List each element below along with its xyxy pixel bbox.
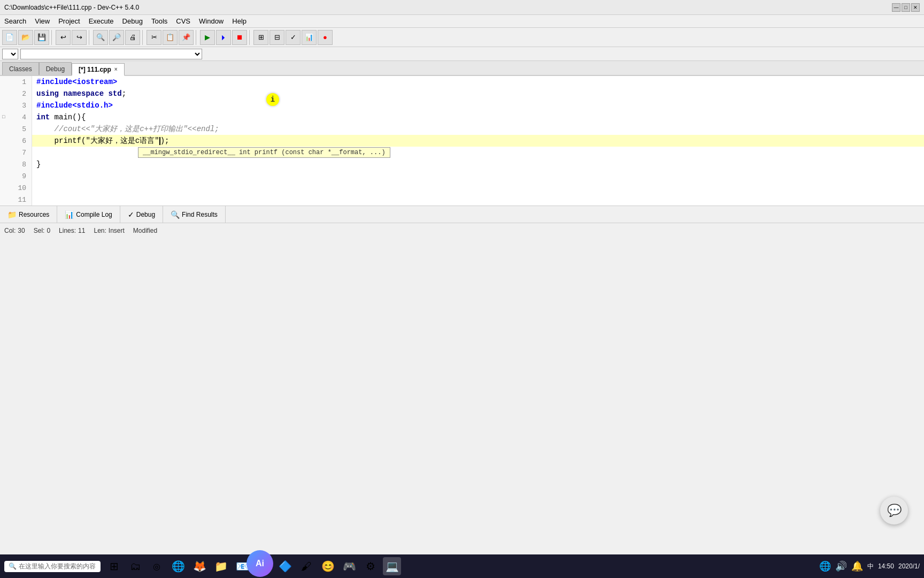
secondary-toolbar <box>0 47 924 61</box>
func-dropdown[interactable] <box>20 49 202 59</box>
code-line-8: } <box>32 158 924 170</box>
line-num-4: □ 4 <box>0 111 32 123</box>
toolbar-sep3 <box>142 30 144 45</box>
code-line-7: __mingw_stdio_redirect__ int printf (con… <box>32 147 924 158</box>
line-numbers: 1 2 3 □ 4 5 6 7 8 9 10 11 <box>0 76 32 206</box>
toolbar-copy[interactable]: 📋 <box>163 30 178 45</box>
maximize-button[interactable]: □ <box>902 3 910 12</box>
taskbar-search[interactable]: 🔍 在这里输入你要搜索的内容 <box>4 561 101 572</box>
toolbar-replace[interactable]: 🔎 <box>109 30 124 45</box>
bottom-tab-find[interactable]: 🔍 Find Results <box>163 206 226 223</box>
code-line-6: printf("大家好，这是c语言"); <box>32 135 924 147</box>
line-num-1: 1 <box>0 76 32 88</box>
toolbar-unindent[interactable]: ⊟ <box>270 30 284 45</box>
taskbar-ps[interactable]: 🖌 <box>297 557 315 575</box>
class-dropdown[interactable] <box>2 49 18 59</box>
bottom-tab-resources[interactable]: 📁 Resources <box>0 206 57 223</box>
taskbar-date: 2020/1/ <box>898 562 920 570</box>
taskbar-cortana[interactable]: ◎ <box>148 557 166 575</box>
debug-icon: ✓ <box>128 210 134 219</box>
toolbar-undo[interactable]: ↩ <box>56 30 71 45</box>
menu-execute[interactable]: Execute <box>84 15 118 27</box>
code-line-1: #include<iostream> <box>32 76 924 88</box>
bottom-tab-compile[interactable]: 📊 Compile Log <box>57 206 120 223</box>
close-button[interactable]: ✕ <box>911 3 920 12</box>
taskbar-explorer[interactable]: 📁 <box>212 557 230 575</box>
toolbar-new[interactable]: 📄 <box>2 30 17 45</box>
sel-label: Sel: <box>34 227 45 234</box>
menu-project[interactable]: Project <box>54 15 84 27</box>
menu-search[interactable]: Search <box>0 15 30 27</box>
toolbar-chart[interactable]: 📊 <box>302 30 317 45</box>
toolbar-stop[interactable]: ⏹ <box>232 30 247 45</box>
debug-label: Debug <box>136 211 155 218</box>
toolbar-find[interactable]: 🔍 <box>93 30 108 45</box>
toolbar-check[interactable]: ✓ <box>286 30 301 45</box>
code-area[interactable]: i #include<iostream> using namespace std… <box>32 76 924 206</box>
toolbar-run[interactable]: ⏵ <box>216 30 231 45</box>
status-len: Len: Insert <box>94 227 124 234</box>
info-icon: i <box>266 93 279 106</box>
window-controls: — □ ✕ <box>892 3 920 12</box>
line-num-9: 9 <box>0 170 32 182</box>
compile-icon: 📊 <box>65 210 74 219</box>
toolbar-redo[interactable]: ↪ <box>72 30 87 45</box>
toolbar-sep5 <box>249 30 251 45</box>
status-bar: Col: 30 Sel: 0 Lines: 11 Len: Insert Mod… <box>0 223 924 238</box>
menu-debug[interactable]: Debug <box>118 15 147 27</box>
taskbar: 🔍 在这里输入你要搜索的内容 ⊞ 🗂 ◎ 🌐 🦊 📁 📧 🎵 🔷 🖌 😊 🎮 ⚙… <box>0 554 924 578</box>
toolbar-debug-btn[interactable]: ● <box>318 30 333 45</box>
minimize-button[interactable]: — <box>892 3 900 12</box>
menu-view[interactable]: View <box>30 15 54 27</box>
col-label: Col: <box>4 227 16 234</box>
taskbar-time: 14:50 <box>878 562 894 570</box>
line-num-11: 11 <box>0 194 32 206</box>
ai-button[interactable]: Ai <box>247 550 273 577</box>
tab-file[interactable]: [*] 111.cpp × <box>72 63 125 76</box>
bottom-tab-debug[interactable]: ✓ Debug <box>120 206 163 223</box>
taskbar-devcpp[interactable]: 💻 <box>383 557 401 575</box>
code-line-10 <box>32 182 924 194</box>
col-value: 30 <box>18 227 25 234</box>
taskbar-edge[interactable]: 🌐 <box>169 557 187 575</box>
toolbar-indent[interactable]: ⊞ <box>253 30 268 45</box>
taskbar-settings[interactable]: ⚙ <box>361 557 380 575</box>
tab-close-icon[interactable]: × <box>114 66 118 72</box>
resources-icon: 📁 <box>7 210 17 219</box>
taskbar-game[interactable]: 🎮 <box>340 557 358 575</box>
fold-icon: □ <box>2 115 5 120</box>
toolbar-compile[interactable]: ▶ <box>200 30 215 45</box>
toolbar-open[interactable]: 📂 <box>18 30 33 45</box>
taskbar-start[interactable]: ⊞ <box>105 557 123 575</box>
taskbar-task-view[interactable]: 🗂 <box>126 557 144 575</box>
taskbar-firefox[interactable]: 🦊 <box>190 557 209 575</box>
taskbar-emoji[interactable]: 😊 <box>319 557 337 575</box>
menu-tools[interactable]: Tools <box>147 15 172 27</box>
len-value: Insert <box>109 227 125 234</box>
toolbar-print[interactable]: 🖨 <box>125 30 140 45</box>
menu-help[interactable]: Help <box>228 15 251 27</box>
chat-icon[interactable]: 💬 <box>880 497 908 524</box>
find-label: Find Results <box>182 211 218 218</box>
menu-window[interactable]: Window <box>195 15 228 27</box>
lines-label: Lines: <box>59 227 76 234</box>
toolbar-paste[interactable]: 📌 <box>179 30 194 45</box>
status-modified: Modified <box>133 227 157 234</box>
toolbar-save[interactable]: 💾 <box>34 30 49 45</box>
tab-bar: Classes Debug [*] 111.cpp × <box>0 61 924 76</box>
code-line-3: #include<stdio.h> <box>32 100 924 111</box>
taskbar-search-icon: 🔍 <box>9 562 17 570</box>
taskbar-vs[interactable]: 🔷 <box>276 557 294 575</box>
lang-indicator: 中 <box>867 562 874 571</box>
toolbar-cut[interactable]: ✂ <box>147 30 161 45</box>
tab-classes[interactable]: Classes <box>2 62 39 75</box>
tab-debug[interactable]: Debug <box>39 62 72 75</box>
notification-icon[interactable]: 🔔 <box>851 560 863 572</box>
autocomplete-tooltip: __mingw_stdio_redirect__ int printf (con… <box>138 147 390 158</box>
compile-label: Compile Log <box>76 211 112 218</box>
toolbar: 📄 📂 💾 ↩ ↪ 🔍 🔎 🖨 ✂ 📋 📌 ▶ ⏵ ⏹ ⊞ ⊟ ✓ 📊 ● <box>0 28 924 47</box>
menu-cvs[interactable]: CVS <box>172 15 195 27</box>
line-num-2: 2 <box>0 88 32 100</box>
line-num-8: 8 <box>0 158 32 170</box>
code-editor-container: 1 2 3 □ 4 5 6 7 8 9 10 11 i #include<ios… <box>0 76 924 206</box>
